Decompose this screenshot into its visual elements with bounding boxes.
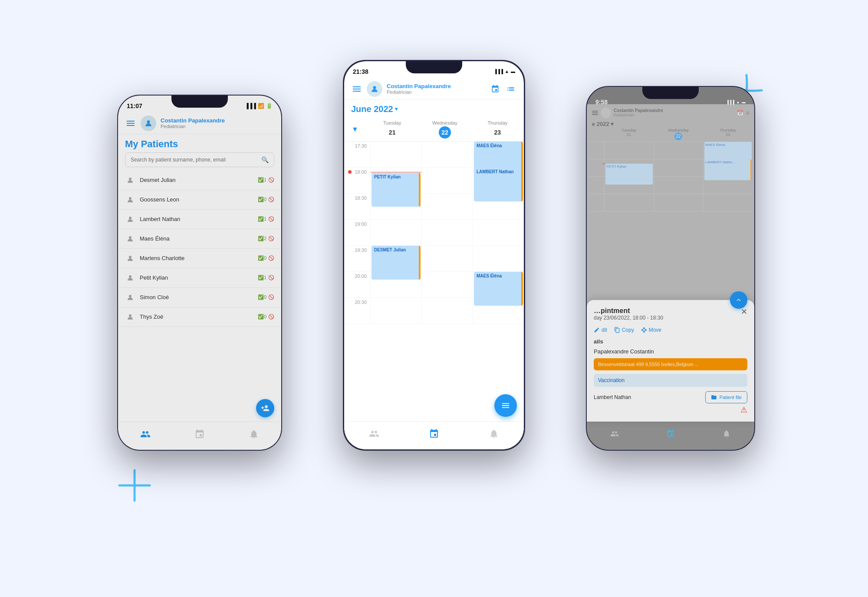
- slot-thu-1830[interactable]: [473, 194, 524, 219]
- list-item[interactable]: Petit Kylian ✅1 🚫: [118, 268, 281, 288]
- month-right: e 2022 ▾: [589, 120, 753, 128]
- phone-center-notch: [406, 61, 462, 73]
- time-indicator-line: [371, 172, 421, 172]
- patient-badges: ✅1 🚫: [258, 216, 274, 222]
- menu-button-center[interactable]: [351, 85, 362, 93]
- list-item[interactable]: Simon Cloé ✅0 🚫: [118, 288, 281, 307]
- header-doctor-role-left: Pediatrician: [161, 124, 274, 129]
- slot-wed-1900[interactable]: [421, 220, 473, 245]
- filter-area: ▼: [344, 118, 366, 141]
- slot-wed-1830[interactable]: [421, 194, 473, 219]
- slot-tue-1730[interactable]: [370, 142, 421, 167]
- nav-calendar-center[interactable]: [429, 429, 439, 439]
- calendar-header: June 2022 ▾: [344, 100, 524, 118]
- list-item[interactable]: Goossens Leon ✅0 🚫: [118, 190, 281, 210]
- header-doctor-role-center: Pediatrician: [387, 89, 485, 95]
- day-number: 21: [386, 126, 398, 139]
- scroll-up-button[interactable]: [730, 291, 747, 309]
- warning-icon: ⚠: [594, 405, 747, 415]
- search-bar[interactable]: 🔍: [125, 152, 274, 167]
- cal-row-1800: PETIT Kylian LAMBERT Natha...: [589, 159, 753, 177]
- status-icons-center: ▐▐▐ ▲ ▬: [494, 69, 515, 74]
- bottom-nav-left: [118, 422, 281, 450]
- header-action-icons: [489, 83, 517, 95]
- slot-thu-1730[interactable]: MAES Éléna: [473, 142, 524, 167]
- nav-calendar[interactable]: [194, 429, 205, 439]
- phone-center: 21:38 ▐▐▐ ▲ ▬ Co: [343, 60, 525, 451]
- popup-title: …pintment: [594, 307, 663, 315]
- nav-patients-center[interactable]: [369, 429, 379, 439]
- svg-point-1: [129, 178, 132, 180]
- slot-wed-2000[interactable]: [421, 272, 473, 297]
- svg-point-7: [129, 295, 132, 297]
- header-text-right: Costantin Papalexandre Pediatrician: [614, 108, 734, 117]
- slot-thu-1930[interactable]: [473, 246, 524, 271]
- calendar-view-button[interactable]: [489, 83, 501, 95]
- patients-title: My Patients: [118, 134, 281, 152]
- fab-button[interactable]: [494, 394, 517, 417]
- slot-wed-1800[interactable]: [421, 168, 473, 193]
- move-action-button[interactable]: Move: [641, 327, 661, 333]
- time-row-1730: 17:30 MAES Éléna: [344, 142, 524, 168]
- time-row-1830: 18:30: [344, 194, 524, 220]
- wifi-icon: ▲: [505, 69, 509, 74]
- slot-thu-1800[interactable]: LAMBERT Nathan: [473, 168, 524, 193]
- slot-tue-2000[interactable]: [370, 272, 421, 297]
- patient-name: Simon Cloé: [140, 294, 253, 300]
- nav-patients-right[interactable]: [610, 429, 619, 438]
- nav-notifications-right[interactable]: [722, 429, 731, 438]
- check-badge: ✅2: [258, 236, 266, 241]
- slot-tue-1800[interactable]: PETIT Kylian: [370, 168, 421, 193]
- edit-action-button[interactable]: dit: [594, 327, 607, 333]
- appointment-patient-name: PETIT Kylian: [374, 175, 401, 179]
- svg-point-4: [129, 236, 132, 239]
- slot-thu-2000[interactable]: MAES Éléna: [473, 272, 524, 297]
- patient-badges: ✅1 🚫: [258, 177, 274, 183]
- list-item[interactable]: Lambert Nathan ✅1 🚫: [118, 210, 281, 229]
- close-popup-button[interactable]: ✕: [741, 307, 747, 317]
- patient-avatar: [125, 253, 135, 264]
- slot-wed-1730[interactable]: [421, 142, 473, 167]
- menu-button-left[interactable]: [125, 119, 136, 128]
- slot-thu-1900[interactable]: [473, 220, 524, 245]
- phone-right-screen: 9:58 ▐▐▐ ▲ ▬: [587, 87, 754, 450]
- nav-calendar-right[interactable]: [666, 429, 675, 438]
- list-item[interactable]: Desmet Julian ✅1 🚫: [118, 171, 281, 190]
- slot-tue-1830[interactable]: [370, 194, 421, 219]
- slot-wed-2030[interactable]: [421, 298, 473, 323]
- popup-patient-name: Lambert Nathan: [594, 394, 631, 400]
- filter-icon[interactable]: ▼: [352, 125, 358, 133]
- slot-tue-1930[interactable]: DESMET Julian: [370, 246, 421, 271]
- current-time-indicator: [348, 170, 352, 174]
- list-icon-right: ≡: [746, 110, 749, 116]
- popup-patient-row: Lambert Nathan Patient file: [594, 391, 747, 403]
- wifi-icon: ▲: [736, 100, 740, 104]
- slot-tue-1900[interactable]: [370, 220, 421, 245]
- month-selector[interactable]: June 2022 ▾: [351, 102, 517, 116]
- check-badge: ✅0: [258, 255, 266, 261]
- slot-tue-2030[interactable]: [370, 298, 421, 323]
- avatar-center: [367, 81, 382, 97]
- time-label: 18:30: [344, 194, 370, 219]
- patient-file-button[interactable]: Patient file: [705, 391, 747, 403]
- add-patient-button[interactable]: [256, 399, 274, 417]
- list-item[interactable]: Martens Charlotte ✅0 🚫: [118, 249, 281, 268]
- nav-patients[interactable]: [140, 429, 151, 439]
- move-label: Move: [649, 327, 661, 333]
- month-year-label: June 2022: [351, 104, 393, 114]
- list-item[interactable]: Thys Zoé ✅0 🚫: [118, 307, 281, 327]
- slot-wed-1930[interactable]: [421, 246, 473, 271]
- phone-left-screen: 11:07 ▐▐▐ 📶 🔋: [118, 96, 281, 450]
- patient-avatar: [125, 273, 135, 283]
- list-view-button[interactable]: [505, 83, 517, 95]
- search-input[interactable]: [131, 157, 258, 163]
- copy-action-button[interactable]: Copy: [614, 327, 634, 333]
- nav-notifications[interactable]: [249, 429, 259, 439]
- appointment-patient-name: MAES Éléna: [477, 274, 502, 278]
- list-item[interactable]: Maes Éléna ✅2 🚫: [118, 229, 281, 249]
- check-badge: ✅0: [258, 314, 266, 320]
- nav-notifications-center[interactable]: [489, 429, 499, 439]
- slot-thu-2030[interactable]: [473, 298, 524, 323]
- popup-actions: dit Copy Move: [594, 327, 747, 333]
- patient-avatar: [125, 312, 135, 322]
